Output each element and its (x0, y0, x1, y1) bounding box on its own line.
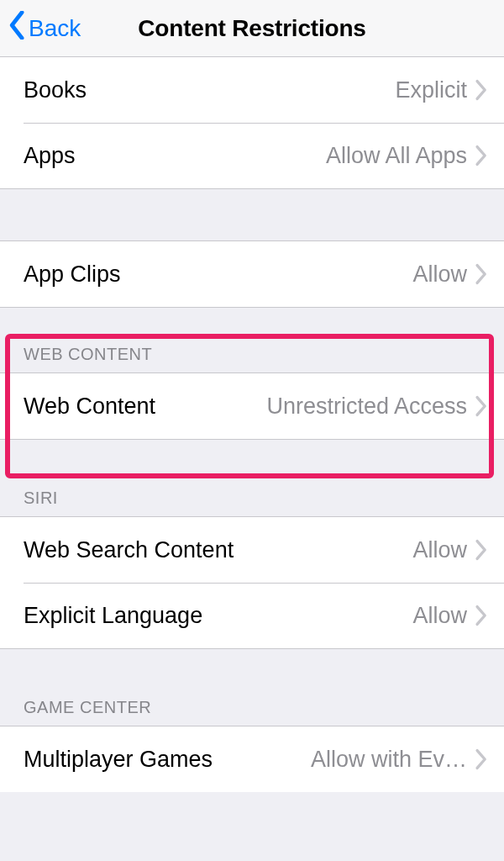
group-rows: Multiplayer Games Allow with Ev… (0, 726, 504, 792)
row-value: Allow All Apps (76, 143, 474, 169)
row-label: Web Search Content (24, 537, 234, 563)
group-allowed-store-content: Books Explicit Apps Allow All Apps (0, 57, 504, 189)
chevron-right-icon (474, 539, 487, 561)
chevron-right-icon (474, 145, 487, 166)
row-label: Explicit Language (24, 603, 202, 629)
row-multiplayer-games[interactable]: Multiplayer Games Allow with Ev… (0, 726, 504, 792)
row-app-clips[interactable]: App Clips Allow (0, 241, 504, 307)
row-apps[interactable]: Apps Allow All Apps (0, 123, 504, 188)
chevron-right-icon (474, 79, 487, 101)
chevron-right-icon (474, 605, 487, 626)
group-game-center: GAME CENTER Multiplayer Games Allow with… (0, 649, 504, 792)
row-web-search-content[interactable]: Web Search Content Allow (0, 517, 504, 583)
group-spacer (0, 189, 504, 241)
row-label: Apps (24, 143, 76, 169)
chevron-left-icon (8, 11, 27, 45)
row-label: Books (24, 77, 87, 103)
row-value: Allow with Ev… (213, 747, 474, 773)
group-header-siri: SIRI (0, 440, 504, 517)
group-app-clips: App Clips Allow (0, 241, 504, 308)
chevron-right-icon (474, 395, 487, 417)
row-value: Unrestricted Access (155, 394, 474, 420)
row-books[interactable]: Books Explicit (0, 57, 504, 123)
row-explicit-language[interactable]: Explicit Language Allow (0, 583, 504, 648)
row-value: Allow (234, 537, 474, 563)
row-label: App Clips (24, 261, 121, 288)
row-value: Explicit (87, 77, 474, 103)
group-rows: Web Content Unrestricted Access (0, 373, 504, 440)
group-siri: SIRI Web Search Content Allow Explicit L… (0, 440, 504, 649)
group-header-web-content: WEB CONTENT (0, 308, 504, 373)
navbar: Back Content Restrictions (0, 0, 504, 57)
row-web-content[interactable]: Web Content Unrestricted Access (0, 373, 504, 439)
row-value: Allow (202, 603, 474, 629)
row-label: Web Content (24, 394, 155, 420)
back-label: Back (29, 15, 81, 42)
group-header-game-center: GAME CENTER (0, 649, 504, 726)
row-value: Allow (121, 261, 474, 288)
row-label: Multiplayer Games (24, 747, 213, 773)
back-button[interactable]: Back (0, 11, 81, 45)
group-rows: Web Search Content Allow Explicit Langua… (0, 517, 504, 649)
settings-screen: Back Content Restrictions Books Explicit… (0, 0, 504, 861)
chevron-right-icon (474, 748, 487, 770)
chevron-right-icon (474, 263, 487, 285)
group-web-content: WEB CONTENT Web Content Unrestricted Acc… (0, 308, 504, 440)
